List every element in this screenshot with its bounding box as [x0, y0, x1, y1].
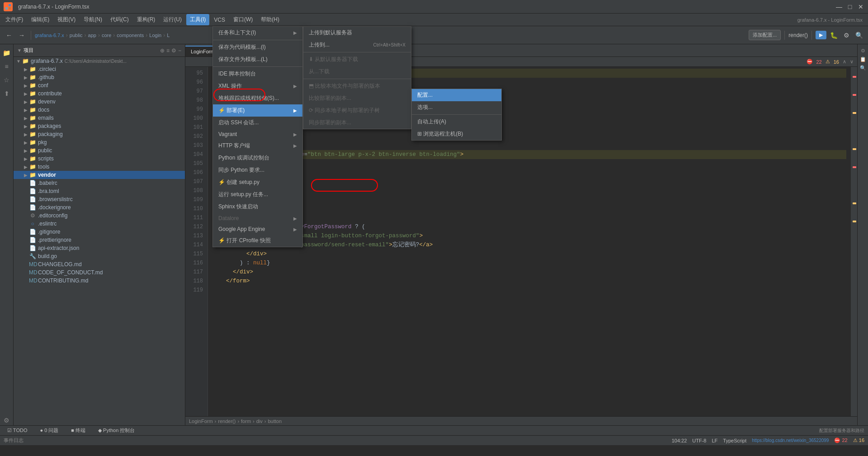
dd-save-template[interactable]: 保存为代码模板...(l) — [213, 41, 302, 53]
right-icon-2[interactable]: 📋 — [860, 56, 866, 62]
menu-view[interactable]: 视图(V) — [54, 14, 79, 25]
status-link[interactable]: https://blog.csdn.net/weixin_36522099 — [752, 438, 829, 443]
toolbar-debug-btn[interactable]: 🐛 — [828, 30, 839, 41]
dd-http[interactable]: HTTP 客户端 ▶ — [213, 140, 302, 152]
scroll-up-icon[interactable]: ∧ — [843, 59, 846, 65]
sidebar-icons: ⊕ ≡ ⚙ − — [160, 47, 181, 54]
menu-file[interactable]: 文件(F) — [2, 14, 27, 25]
tree-eslintrc[interactable]: ○.eslintrc — [14, 220, 185, 228]
menu-window[interactable]: 窗口(W) — [230, 14, 256, 25]
tree-github[interactable]: ▶📁.github — [14, 73, 185, 81]
menu-edit[interactable]: 编辑(E) — [28, 14, 53, 25]
dd-stack-trace[interactable]: 堆栈跟踪或线程转储(S)... — [213, 92, 302, 104]
dd-create-setup[interactable]: ⚡ 创建 setup.py — [213, 176, 302, 188]
tree-pkg[interactable]: ▶📁pkg — [14, 138, 185, 146]
menu-run[interactable]: 运行(U) — [160, 14, 185, 25]
tree-packages[interactable]: ▶📁packages — [14, 122, 185, 130]
toolbar-back-btn[interactable]: ← — [4, 30, 14, 41]
toolbar-breadcrumb-project[interactable]: grafana-6.7.x — [35, 33, 64, 38]
dd-auto-upload[interactable]: 自动上传(A) — [412, 116, 501, 128]
tree-code-of-conduct[interactable]: MDCODE_OF_CONDUCT.md — [14, 268, 185, 277]
toolbar: ← → grafana-6.7.x › public › app › core … — [0, 26, 868, 44]
menu-help[interactable]: 帮助(H) — [257, 14, 283, 25]
tree-browserslistrc[interactable]: 📄.browserslistrc — [14, 195, 185, 203]
menu-code[interactable]: 代码(C) — [107, 14, 132, 25]
toolbar-search-btn[interactable]: 🔍 — [854, 30, 864, 41]
minimize-btn[interactable]: — — [835, 3, 843, 10]
tree-babelrc[interactable]: 📄.babelrc — [14, 179, 185, 187]
tree-changelog[interactable]: MDCHANGELOG.md — [14, 260, 185, 268]
run-btn[interactable]: ▶ — [816, 31, 826, 39]
tree-scripts[interactable]: ▶📁scripts — [14, 155, 185, 163]
dd-xml[interactable]: XML 操作 ▶ — [213, 80, 302, 92]
left-bottom-icon[interactable]: ⚙ — [2, 415, 12, 425]
dd-sphinx[interactable]: Sphinx 快速启动 — [213, 201, 302, 213]
tree-api-extractor[interactable]: 📄api-extractor.json — [14, 244, 185, 252]
tree-packaging[interactable]: ▶📁packaging — [14, 130, 185, 138]
window-controls: — □ ✕ — [835, 3, 864, 10]
dd-save-file-template[interactable]: 保存文件为模板...(L) — [213, 53, 302, 66]
right-icon-3[interactable]: 🔍 — [860, 65, 866, 71]
maximize-btn[interactable]: □ — [846, 3, 854, 10]
dd-google-app-engine[interactable]: Google App Engine ▶ — [213, 224, 302, 235]
right-icon-1[interactable]: ⚙ — [861, 48, 865, 54]
dd-upload-default[interactable]: 上传到默认服务器 — [303, 27, 411, 39]
favorites-icon[interactable]: ☆ — [2, 75, 12, 85]
tree-contribute[interactable]: ▶📁contribute — [14, 89, 185, 98]
commits-icon[interactable]: ⬆ — [2, 89, 12, 99]
dd-python-console[interactable]: Python 或调试控制台 — [213, 152, 302, 164]
tab-problems[interactable]: ● 0 问题 — [36, 426, 62, 435]
tree-docs[interactable]: ▶📁docs — [14, 106, 185, 114]
dd-vagrant[interactable]: Vagrant ▶ — [213, 129, 302, 140]
gutter-warning-3 — [853, 202, 856, 204]
scroll-down-icon[interactable]: ∨ — [850, 59, 854, 65]
tree-editorconfig[interactable]: ⚙.editorconfig — [14, 212, 185, 220]
tab-terminal[interactable]: ■ 终端 — [67, 426, 89, 435]
tab-python-console[interactable]: ◆ Python 控制台 — [94, 426, 138, 435]
tree-contributing[interactable]: MDCONTRIBUTING.md — [14, 277, 185, 285]
toolbar-settings-btn[interactable]: ⚙ — [841, 30, 852, 41]
dd-config[interactable]: 配置... — [412, 89, 501, 101]
toolbar-forward-btn[interactable]: → — [16, 30, 27, 41]
tree-vendor[interactable]: ▶📁vendor — [14, 171, 185, 179]
dd-python-reqs[interactable]: 同步 Python 要求... — [213, 164, 302, 176]
tree-bratoml[interactable]: 📄.bra.toml — [14, 187, 185, 195]
project-icon[interactable]: 📁 — [2, 48, 12, 58]
scroll-gutter[interactable] — [851, 67, 857, 425]
tree-circleci[interactable]: ▶📁.circleci — [14, 65, 185, 73]
dd-ssh[interactable]: 启动 SSH 会话... — [213, 117, 302, 129]
dd-tasks[interactable]: 任务和上下文(I) ▶ — [213, 27, 302, 39]
tree-dockerignore[interactable]: 📄.dockerignore — [14, 203, 185, 212]
dd-datalore[interactable]: Datalore ▶ — [213, 213, 302, 224]
menu-refactor[interactable]: 重构(R) — [133, 14, 159, 25]
tree-emails[interactable]: ▶📁emails — [14, 114, 185, 122]
tab-todo[interactable]: ☑ TODO — [4, 427, 31, 434]
dd-upload-to[interactable]: 上传到... Ctrl+Alt+Shift+X — [303, 39, 411, 51]
menu-tools[interactable]: 工具(I) — [186, 14, 209, 25]
tree-gitignore[interactable]: 📄.gitignore — [14, 228, 185, 236]
sidebar-add-icon[interactable]: ⊕ — [160, 47, 165, 54]
dd-deploy[interactable]: ⚡ 部署(E) ▶ — [213, 104, 302, 117]
dd-cprofile[interactable]: ⚡ 打开 CProfile 快照 — [213, 235, 302, 247]
dd-options[interactable]: 选项... — [412, 101, 501, 113]
structure-icon[interactable]: ≡ — [2, 61, 12, 71]
tree-devenv[interactable]: ▶📁devenv — [14, 98, 185, 106]
add-config-btn[interactable]: 添加配置... — [749, 30, 781, 40]
sidebar-layout-icon[interactable]: ≡ — [166, 47, 170, 54]
menu-nav[interactable]: 导航(N) — [80, 14, 106, 25]
dd-browse-remote[interactable]: ⊞ 浏览远程主机(B) — [412, 128, 501, 140]
sidebar-collapse-icon[interactable]: − — [178, 47, 181, 54]
tree-public[interactable]: ▶📁public — [14, 146, 185, 155]
tree-conf[interactable]: ▶📁conf — [14, 81, 185, 89]
dd-config-sep — [412, 114, 501, 115]
tree-tools[interactable]: ▶📁tools — [14, 163, 185, 171]
close-btn[interactable]: ✕ — [857, 3, 864, 10]
sidebar-gear-icon[interactable]: ⚙ — [171, 47, 176, 54]
dd-ide-console[interactable]: IDE 脚本控制台 — [213, 68, 302, 80]
tree-root[interactable]: ▼ 📁 grafana-6.7.x C:\Users\Administrator… — [14, 57, 185, 65]
menu-vcs[interactable]: VCS — [210, 15, 229, 25]
tree-prettierignore[interactable]: 📄.prettierignore — [14, 236, 185, 244]
tree-build[interactable]: 🔧build.go — [14, 252, 185, 260]
dd-run-setup[interactable]: 运行 setup.py 任务... — [213, 188, 302, 201]
event-log-link[interactable]: 事件日志 — [4, 437, 24, 444]
